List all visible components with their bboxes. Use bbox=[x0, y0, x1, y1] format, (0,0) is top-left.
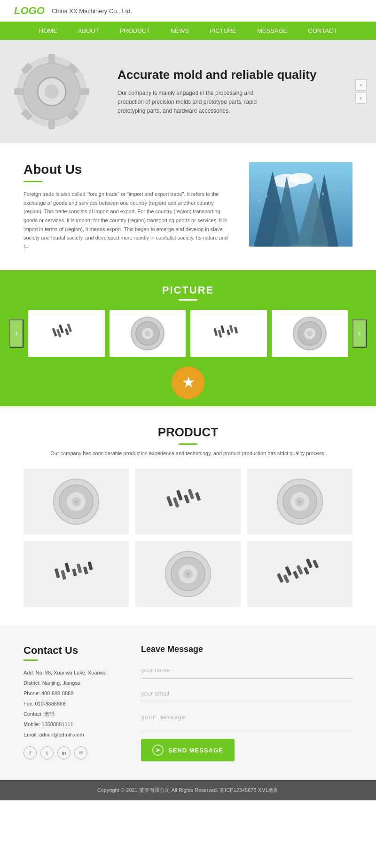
product-item-1[interactable] bbox=[24, 469, 129, 535]
hero-content: Accurate mold and reliable quality Our c… bbox=[103, 58, 376, 125]
svg-rect-64 bbox=[83, 566, 88, 574]
svg-rect-21 bbox=[258, 200, 260, 202]
svg-point-3 bbox=[45, 85, 59, 99]
svg-rect-49 bbox=[173, 497, 180, 508]
footer: Copyright © 2021 某某有限公司 All Rights Reser… bbox=[0, 780, 376, 800]
svg-rect-4 bbox=[48, 54, 55, 64]
product-circle-3 bbox=[162, 548, 214, 600]
watermark-badge: ★ bbox=[172, 366, 204, 399]
name-input[interactable] bbox=[141, 662, 352, 679]
contact-fax: Fax: 010-8888888 bbox=[24, 698, 118, 709]
nav-picture[interactable]: PICTURE bbox=[199, 22, 247, 40]
picture-screws-2 bbox=[210, 319, 247, 348]
svg-rect-38 bbox=[234, 326, 238, 333]
product-screws-3 bbox=[276, 555, 323, 593]
leave-message-form: Leave Message ➤ SEND MESSAGE bbox=[141, 644, 352, 761]
contact-contact: Contact: 老码 bbox=[24, 709, 118, 719]
hero-nav-buttons: ‹ › bbox=[355, 79, 367, 104]
svg-rect-5 bbox=[48, 119, 55, 129]
hero-prev-btn[interactable]: ‹ bbox=[355, 79, 367, 91]
svg-rect-63 bbox=[77, 564, 82, 574]
company-name: China XX Machinery Co., Ltd. bbox=[52, 8, 132, 15]
contact-mobile: Mobile: 13588881111 bbox=[24, 719, 118, 729]
product-item-5[interactable] bbox=[135, 541, 241, 607]
svg-point-47 bbox=[74, 500, 78, 504]
nav-contact[interactable]: CONTACT bbox=[298, 22, 347, 40]
picture-item-3[interactable] bbox=[190, 310, 267, 357]
svg-rect-52 bbox=[188, 489, 194, 500]
product-underline bbox=[179, 443, 197, 445]
product-title: PRODUCT bbox=[24, 425, 352, 440]
product-item-3[interactable] bbox=[247, 469, 352, 535]
contact-section: Contact Us Add: No. 88, Xuanwu Lake, Xua… bbox=[0, 626, 376, 780]
svg-rect-23 bbox=[322, 193, 324, 195]
svg-rect-33 bbox=[214, 328, 218, 336]
svg-rect-72 bbox=[283, 574, 290, 583]
contact-info: Add: No. 88, Xuanwu Lake, Xuanwu Distric… bbox=[24, 667, 118, 740]
picture-next-btn[interactable]: › bbox=[352, 319, 367, 348]
product-screws-1 bbox=[164, 483, 212, 520]
message-input[interactable] bbox=[141, 709, 352, 732]
contact-left: Contact Us Add: No. 88, Xuanwu Lake, Xua… bbox=[24, 644, 118, 761]
product-item-4[interactable] bbox=[24, 541, 129, 607]
building-image bbox=[249, 162, 352, 247]
picture-title: PICTURE bbox=[9, 284, 367, 296]
about-divider bbox=[24, 181, 42, 182]
product-item-6[interactable] bbox=[247, 541, 352, 607]
svg-point-58 bbox=[298, 500, 302, 504]
nav-message[interactable]: MESSAGE bbox=[247, 22, 298, 40]
svg-rect-59 bbox=[55, 568, 60, 578]
about-left: About Us Foreign trade is also called "f… bbox=[24, 162, 230, 251]
nav-home[interactable]: HOME bbox=[29, 22, 68, 40]
send-message-button[interactable]: ➤ SEND MESSAGE bbox=[141, 739, 235, 761]
hero-product-image bbox=[7, 47, 96, 136]
social-twitter[interactable]: t bbox=[40, 746, 54, 760]
svg-rect-62 bbox=[72, 569, 77, 577]
nav-product[interactable]: PRODUCT bbox=[110, 22, 160, 40]
leave-message-title: Leave Message bbox=[141, 644, 352, 654]
picture-carousel: ‹ bbox=[9, 310, 367, 366]
product-circle-2 bbox=[274, 476, 326, 527]
svg-rect-78 bbox=[313, 560, 319, 569]
hero-next-btn[interactable]: › bbox=[355, 93, 367, 104]
svg-point-70 bbox=[186, 572, 190, 576]
svg-rect-48 bbox=[166, 496, 173, 507]
hero-description: Our company is mainly engaged in the pro… bbox=[118, 89, 268, 116]
svg-point-42 bbox=[307, 331, 313, 336]
nav-news[interactable]: NEWS bbox=[160, 22, 199, 40]
svg-rect-20 bbox=[266, 195, 267, 198]
product-item-2[interactable] bbox=[135, 469, 241, 535]
contact-email: Email: admin@admin.com bbox=[24, 729, 118, 740]
picture-items bbox=[28, 310, 348, 357]
send-icon: ➤ bbox=[152, 744, 164, 756]
nav-about[interactable]: ABOUT bbox=[68, 22, 110, 40]
social-email[interactable]: ✉ bbox=[74, 746, 87, 760]
svg-rect-35 bbox=[220, 325, 225, 333]
product-circle-1 bbox=[50, 476, 102, 527]
hero-image-area bbox=[0, 40, 103, 143]
watermark-icon: ★ bbox=[182, 375, 194, 390]
picture-item-4[interactable] bbox=[272, 310, 348, 357]
svg-rect-51 bbox=[184, 495, 190, 504]
picture-item-1[interactable] bbox=[28, 310, 105, 357]
svg-rect-60 bbox=[61, 570, 66, 580]
svg-rect-7 bbox=[79, 88, 89, 95]
about-title: About Us bbox=[24, 162, 230, 177]
svg-rect-77 bbox=[306, 558, 313, 568]
product-grid bbox=[24, 469, 352, 607]
contact-title: Contact Us bbox=[24, 644, 118, 657]
email-input[interactable] bbox=[141, 685, 352, 702]
header: LOGO China XX Machinery Co., Ltd. bbox=[0, 0, 376, 22]
send-label: SEND MESSAGE bbox=[168, 747, 223, 754]
picture-prev-btn[interactable]: ‹ bbox=[9, 319, 24, 348]
svg-rect-76 bbox=[303, 567, 309, 575]
product-description: Our company has considerable production … bbox=[24, 450, 352, 458]
svg-rect-27 bbox=[65, 328, 69, 335]
social-facebook[interactable]: f bbox=[24, 746, 37, 760]
picture-circle-1 bbox=[129, 315, 166, 352]
logo: LOGO bbox=[14, 5, 45, 17]
contact-divider bbox=[24, 659, 38, 661]
picture-item-2[interactable] bbox=[110, 310, 186, 357]
social-linkedin[interactable]: in bbox=[57, 746, 70, 760]
contact-phone: Phone: 400-888-8888 bbox=[24, 688, 118, 698]
